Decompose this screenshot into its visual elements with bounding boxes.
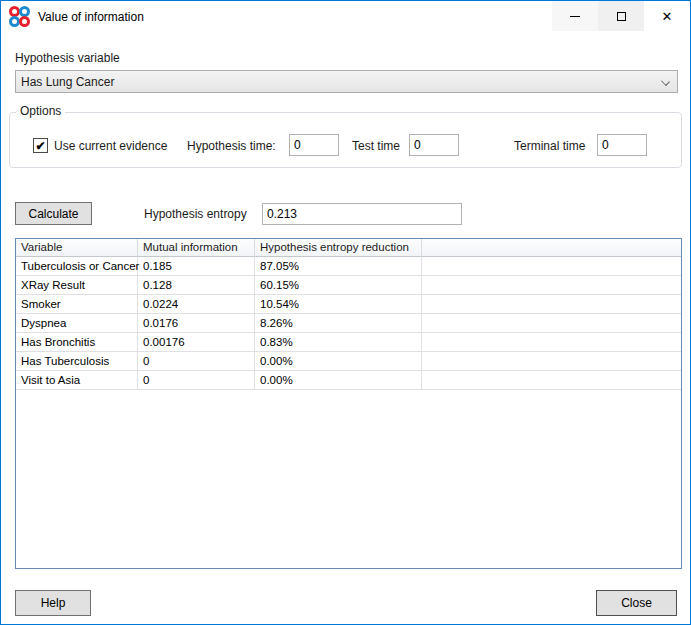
table-cell: 0.0176 [138, 314, 255, 333]
table-cell: 0.0224 [138, 295, 255, 314]
logo-ring-red-br [19, 16, 30, 27]
column-header-filler [422, 239, 681, 257]
table-cell: Has Tuberculosis [16, 352, 138, 371]
hypothesis-variable-value: Has Lung Cancer [21, 75, 114, 89]
results-grid-body: Tuberculosis or Cancer0.18587.05%XRay Re… [16, 257, 681, 390]
minimize-icon [570, 16, 580, 17]
chevron-down-icon [661, 77, 670, 86]
window-controls: ✕ [552, 1, 690, 31]
table-cell-filler [422, 333, 681, 352]
hypothesis-variable-select[interactable]: Has Lung Cancer [15, 70, 678, 93]
options-group: Options ✔ Use current evidence Hypothesi… [9, 112, 682, 168]
table-cell-filler [422, 257, 681, 276]
value-of-information-dialog: Value of information ✕ Hypothesis variab… [0, 0, 691, 625]
table-cell: Dyspnea [16, 314, 138, 333]
table-row[interactable]: Visit to Asia00.00% [16, 371, 681, 390]
results-grid-header: VariableMutual informationHypothesis ent… [16, 239, 681, 257]
table-cell: Tuberculosis or Cancer [16, 257, 138, 276]
table-cell: 10.54% [255, 295, 422, 314]
test-time-label: Test time [352, 139, 400, 153]
options-group-title: Options [16, 104, 65, 118]
table-cell: XRay Result [16, 276, 138, 295]
table-cell: 8.26% [255, 314, 422, 333]
results-grid: VariableMutual informationHypothesis ent… [15, 238, 682, 569]
use-current-evidence-checkbox[interactable]: ✔ [33, 138, 48, 153]
close-window-button[interactable]: ✕ [644, 1, 690, 31]
window-title: Value of information [38, 10, 144, 24]
table-cell-filler [422, 371, 681, 390]
table-cell: Smoker [16, 295, 138, 314]
test-time-field[interactable] [409, 134, 459, 156]
hypothesis-time-field[interactable] [289, 134, 339, 156]
maximize-icon [617, 12, 626, 21]
table-cell-filler [422, 295, 681, 314]
maximize-button[interactable] [598, 1, 644, 31]
column-header[interactable]: Hypothesis entropy reduction [255, 239, 422, 257]
table-cell: 0 [138, 371, 255, 390]
table-row[interactable]: Smoker0.022410.54% [16, 295, 681, 314]
table-cell: 60.15% [255, 276, 422, 295]
table-row[interactable]: Has Bronchitis0.001760.83% [16, 333, 681, 352]
help-button[interactable]: Help [15, 590, 91, 616]
table-cell: Visit to Asia [16, 371, 138, 390]
table-cell: 0.83% [255, 333, 422, 352]
table-cell: 0.00176 [138, 333, 255, 352]
table-row[interactable]: Tuberculosis or Cancer0.18587.05% [16, 257, 681, 276]
calculate-button[interactable]: Calculate [15, 202, 92, 225]
table-cell: 0.00% [255, 352, 422, 371]
close-button[interactable]: Close [596, 590, 677, 616]
table-cell-filler [422, 314, 681, 333]
hypothesis-entropy-field[interactable] [262, 203, 462, 225]
minimize-button[interactable] [552, 1, 598, 31]
hypothesis-variable-label: Hypothesis variable [15, 51, 120, 65]
table-row[interactable]: Has Tuberculosis00.00% [16, 352, 681, 371]
table-cell: 0.128 [138, 276, 255, 295]
hypothesis-time-label: Hypothesis time: [187, 139, 276, 153]
table-row[interactable]: XRay Result0.12860.15% [16, 276, 681, 295]
checkmark-icon: ✔ [35, 140, 45, 152]
close-icon: ✕ [662, 9, 673, 24]
hypothesis-entropy-label: Hypothesis entropy [144, 207, 247, 221]
table-cell-filler [422, 352, 681, 371]
table-row[interactable]: Dyspnea0.01768.26% [16, 314, 681, 333]
use-current-evidence-label: Use current evidence [54, 139, 167, 153]
table-cell: 0.00% [255, 371, 422, 390]
terminal-time-label: Terminal time [514, 139, 585, 153]
app-logo-icon [9, 6, 30, 27]
table-cell: Has Bronchitis [16, 333, 138, 352]
table-cell-filler [422, 276, 681, 295]
column-header[interactable]: Variable [16, 239, 138, 257]
table-cell: 87.05% [255, 257, 422, 276]
table-cell: 0 [138, 352, 255, 371]
column-header[interactable]: Mutual information [138, 239, 255, 257]
terminal-time-field[interactable] [597, 134, 647, 156]
table-cell: 0.185 [138, 257, 255, 276]
